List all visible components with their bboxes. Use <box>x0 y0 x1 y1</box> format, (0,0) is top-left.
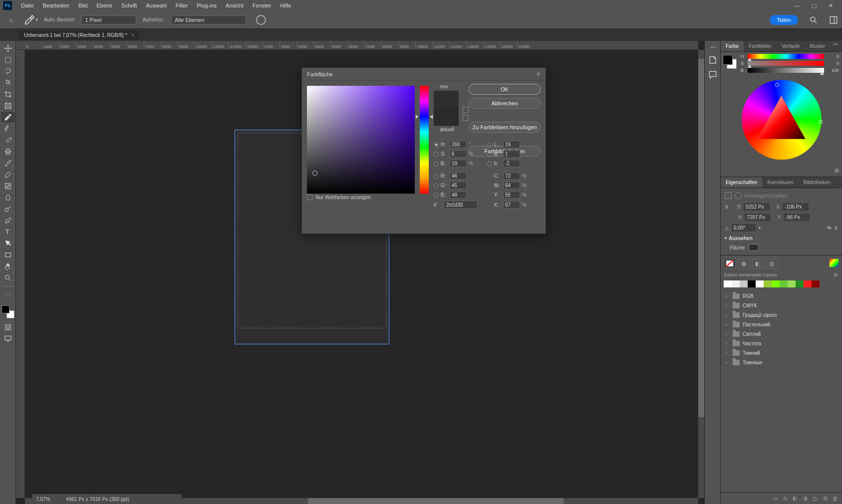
y-input-cmyk[interactable] <box>503 191 520 199</box>
menu-bild[interactable]: Bild <box>74 1 91 10</box>
zoom-level[interactable]: 7,07% <box>36 497 50 502</box>
maximize-icon[interactable]: ▢ <box>812 2 817 9</box>
recent-color-swatch[interactable] <box>740 280 748 287</box>
recent-color-swatch[interactable] <box>764 280 772 287</box>
recent-color-swatch[interactable] <box>756 280 764 287</box>
menu-hilfe[interactable]: Hilfe <box>276 1 295 10</box>
menu-schrift[interactable]: Schrift <box>117 1 141 10</box>
scrollbar-vertical[interactable] <box>698 50 704 498</box>
h-radio[interactable] <box>434 142 439 147</box>
gradient-tool[interactable] <box>1 181 15 191</box>
history-panel-icon[interactable] <box>708 55 718 65</box>
bv-input[interactable] <box>450 160 467 167</box>
k-input[interactable] <box>503 201 520 209</box>
mask-icon[interactable]: ◐ <box>793 495 798 502</box>
lab-b-radio[interactable] <box>487 161 492 166</box>
eyedropper-tool-icon[interactable]: ▾ <box>24 13 38 26</box>
hex-input[interactable] <box>444 201 478 209</box>
recent-color-swatch[interactable] <box>804 280 812 287</box>
color-wheel[interactable] <box>742 80 822 160</box>
fx-icon[interactable]: fx <box>783 496 788 502</box>
dialog-close-icon[interactable]: ✕ <box>536 71 541 77</box>
sample-ring-icon[interactable] <box>256 15 266 25</box>
new-group-icon[interactable]: ▭ <box>773 495 778 502</box>
eyedropper-tool[interactable] <box>1 112 15 122</box>
folder-icon[interactable]: 🗀 <box>813 496 818 502</box>
sample-size-select[interactable]: 1 Pixel <box>81 15 136 24</box>
hue-slider-strip[interactable] <box>420 86 429 194</box>
b2-radio[interactable] <box>434 193 439 198</box>
tab-farbe[interactable]: Farbe <box>721 41 744 51</box>
recent-color-swatch[interactable] <box>724 280 732 287</box>
collapse-handle[interactable]: ◂◂ <box>709 44 717 50</box>
ok-button[interactable]: OK <box>469 84 541 95</box>
menu-plugins[interactable]: Plug-ins <box>193 1 221 10</box>
swatches-gear-icon[interactable]: ⚙. <box>834 272 839 277</box>
zoom-tool[interactable] <box>1 272 15 283</box>
g-radio[interactable] <box>434 183 439 188</box>
brush-tool[interactable] <box>1 135 15 145</box>
warning-cube-icon[interactable] <box>463 107 469 113</box>
g-input[interactable] <box>450 182 467 189</box>
tab-korrekturen[interactable]: Korrekturen <box>762 177 798 188</box>
cancel-button[interactable]: Abbrechen <box>469 98 541 109</box>
minimize-icon[interactable]: — <box>794 2 800 9</box>
share-button[interactable]: Teilen <box>770 15 798 25</box>
menu-ebene[interactable]: Ebene <box>92 1 116 10</box>
screen-mode-icon[interactable] <box>1 333 15 343</box>
home-icon[interactable]: ⌂ <box>4 13 18 26</box>
angle-input[interactable] <box>732 224 756 232</box>
a-input[interactable] <box>503 150 520 158</box>
tab-eigenschaften[interactable]: Eigenschaften <box>721 177 762 188</box>
rectangle-tool[interactable] <box>1 250 15 260</box>
workspace-layout-icon[interactable] <box>829 15 838 24</box>
crop-tool[interactable] <box>1 89 15 99</box>
hue-slider[interactable]: H0 <box>741 54 839 59</box>
m-input[interactable] <box>503 182 520 189</box>
flip-h-icon[interactable]: ⇋ <box>827 225 831 231</box>
dialog-titlebar[interactable]: Farbfläche ✕ <box>302 68 546 81</box>
recent-color-swatch[interactable] <box>788 280 796 287</box>
dodge-tool[interactable] <box>1 204 15 214</box>
comments-panel-icon[interactable] <box>708 70 718 80</box>
lab-b-input[interactable] <box>503 160 520 167</box>
tab-bibliotheken[interactable]: Bibliotheken <box>799 177 836 188</box>
flip-v-icon[interactable]: ⥮ <box>834 225 838 231</box>
fill-none-icon[interactable] <box>724 258 736 268</box>
swatch-folder[interactable]: RGB <box>721 291 842 301</box>
new-icon[interactable]: ⊞ <box>823 495 828 502</box>
menu-auswahl[interactable]: Auswahl <box>142 1 171 10</box>
h-input[interactable] <box>450 141 467 148</box>
recent-color-swatch[interactable] <box>732 280 740 287</box>
quick-select-tool[interactable] <box>1 77 15 88</box>
s-input[interactable] <box>450 150 467 158</box>
bv-radio[interactable] <box>434 161 439 166</box>
sv-marker[interactable] <box>312 171 317 176</box>
bri-slider[interactable]: B100 <box>741 68 839 73</box>
link-wh-icon[interactable]: ⇅ <box>725 204 729 210</box>
view-gradient-icon[interactable]: ◧ <box>752 258 764 268</box>
search-icon[interactable] <box>809 15 818 24</box>
menu-datei[interactable]: Datei <box>17 1 38 10</box>
l-input[interactable] <box>503 141 520 148</box>
marquee-tool[interactable] <box>1 54 15 65</box>
clone-stamp-tool[interactable] <box>1 146 15 157</box>
r-input[interactable] <box>450 172 467 180</box>
color-panel-swatches[interactable] <box>723 55 737 69</box>
document-tab-close[interactable]: × <box>131 32 134 38</box>
recent-color-swatch[interactable] <box>780 280 788 287</box>
trash-icon[interactable]: 🗑 <box>833 496 838 502</box>
swatch-folder[interactable]: Пастельний <box>721 320 842 329</box>
recent-color-swatch[interactable] <box>796 280 804 287</box>
blur-tool[interactable] <box>1 192 15 203</box>
foreground-color-swatch[interactable] <box>1 305 9 313</box>
swatch-folder[interactable]: Світлий <box>721 329 842 339</box>
swatch-folder[interactable]: Чистота <box>721 339 842 348</box>
healing-brush-tool[interactable] <box>1 123 15 134</box>
hue-marker[interactable] <box>417 115 432 118</box>
tab-farbfelder[interactable]: Farbfelder <box>744 41 777 51</box>
frame-tool[interactable] <box>1 100 15 111</box>
view-grid-icon[interactable]: ▦ <box>738 258 750 268</box>
recent-color-swatch[interactable] <box>812 280 820 287</box>
document-tab[interactable]: Unbenannt-1 bei 7,07% (Rechteck 1, RGB/8… <box>19 30 139 40</box>
